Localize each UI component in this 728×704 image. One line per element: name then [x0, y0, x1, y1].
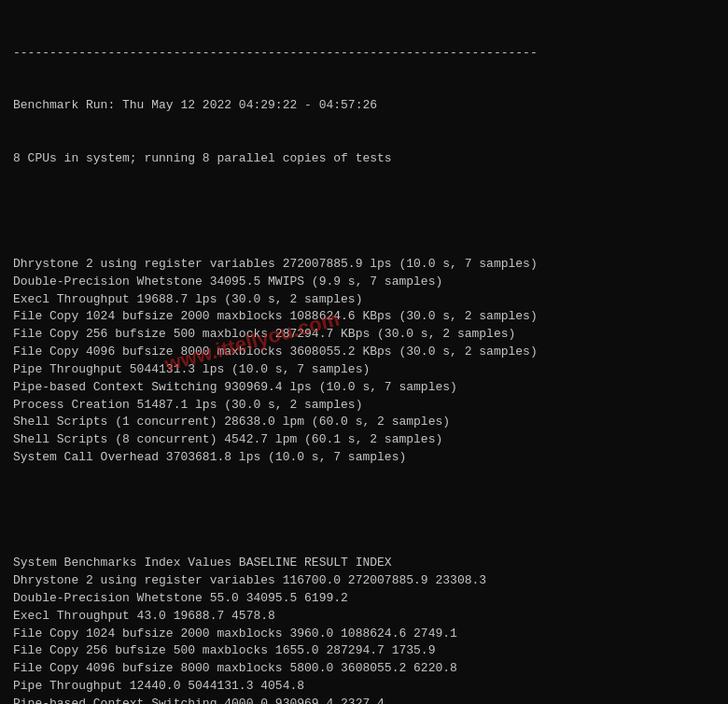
metric-row: Pipe Throughput 5044131.3 lps (10.0 s, 7…: [13, 361, 715, 379]
index-row: Pipe Throughput 12440.0 5044131.3 4054.8: [13, 678, 715, 696]
index-section: System Benchmarks Index Values BASELINE …: [13, 555, 715, 704]
metric-row: Double-Precision Whetstone 34095.5 MWIPS…: [13, 274, 715, 291]
benchmark-run: Benchmark Run: Thu May 12 2022 04:29:22 …: [13, 97, 715, 115]
metric-row: Execl Throughput 19688.7 lps (30.0 s, 2 …: [13, 291, 715, 309]
metrics-section: Dhrystone 2 using register variables 272…: [13, 256, 715, 467]
metric-row: Process Creation 51487.1 lps (30.0 s, 2 …: [13, 397, 715, 415]
metric-row: File Copy 1024 bufsize 2000 maxblocks 10…: [13, 308, 715, 326]
metric-row: File Copy 4096 bufsize 8000 maxblocks 36…: [13, 344, 715, 361]
index-row: Double-Precision Whetstone 55.0 34095.5 …: [13, 590, 715, 608]
metric-row: Pipe-based Context Switching 930969.4 lp…: [13, 379, 715, 397]
metric-row: File Copy 256 bufsize 500 maxblocks 2872…: [13, 326, 715, 344]
index-row: Dhrystone 2 using register variables 116…: [13, 572, 715, 590]
blank-1: [13, 203, 715, 220]
index-row: Execl Throughput 43.0 19688.7 4578.8: [13, 608, 715, 626]
metric-row: System Call Overhead 3703681.8 lps (10.0…: [13, 449, 715, 467]
index-row: Pipe-based Context Switching 4000.0 9309…: [13, 696, 715, 704]
blank-2: [13, 502, 715, 520]
metric-row: Dhrystone 2 using register variables 272…: [13, 256, 715, 274]
terminal-container: www.ittellyou.com ----------------------…: [13, 9, 715, 704]
index-row: File Copy 1024 bufsize 2000 maxblocks 39…: [13, 626, 715, 643]
cpu-info: 8 CPUs in system; running 8 parallel cop…: [13, 150, 715, 168]
index-row: File Copy 4096 bufsize 8000 maxblocks 58…: [13, 660, 715, 678]
metric-row: Shell Scripts (1 concurrent) 28638.0 lpm…: [13, 414, 715, 431]
metric-row: Shell Scripts (8 concurrent) 4542.7 lpm …: [13, 431, 715, 449]
index-row: File Copy 256 bufsize 500 maxblocks 1655…: [13, 642, 715, 660]
index-header: System Benchmarks Index Values BASELINE …: [13, 555, 715, 572]
divider-top: ----------------------------------------…: [13, 45, 715, 63]
